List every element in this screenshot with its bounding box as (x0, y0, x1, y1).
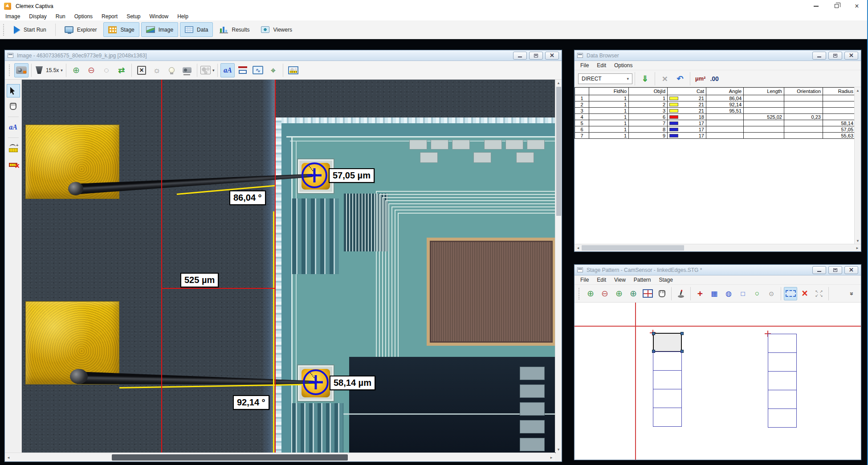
column-header[interactable]: FldNo (589, 88, 629, 95)
menu-help[interactable]: Help (173, 12, 193, 20)
scroll-up-icon[interactable]: ▴ (855, 88, 861, 93)
vertical-scrollbar[interactable]: ▴ ▾ (555, 80, 562, 453)
column-header[interactable]: Radius (823, 88, 855, 95)
joystick-button[interactable] (674, 287, 688, 300)
menu-window[interactable]: Window (145, 12, 173, 20)
scrollbar-thumb[interactable] (582, 245, 684, 251)
window-maximize-button[interactable] (828, 52, 842, 60)
toolbar-grip[interactable] (9, 65, 11, 76)
menu-file[interactable]: File (576, 61, 593, 70)
measure-tool-button[interactable] (7, 142, 20, 155)
measurement-label-radius1[interactable]: 57,05 µm (329, 168, 375, 183)
stage-field-cell[interactable] (768, 334, 797, 353)
table-row[interactable]: 1112186,04 (575, 95, 855, 101)
table-row[interactable]: 41618525,020,23 (575, 114, 855, 120)
menu-report[interactable]: Report (97, 12, 122, 20)
column-header[interactable]: ObjId (629, 88, 668, 95)
menu-view[interactable]: View (610, 275, 630, 284)
maximize-view-button[interactable] (812, 287, 826, 300)
window-minimize-button[interactable] (812, 266, 826, 274)
pattern-overlay-button[interactable]: ▾ (200, 63, 215, 77)
menu-options[interactable]: Options (610, 61, 636, 70)
data-browser-titlebar[interactable]: Data Browser ✕ (575, 50, 861, 61)
measurement-label-length[interactable]: 525 µm (180, 273, 219, 287)
scrollbar-thumb[interactable] (556, 87, 561, 216)
pan-button[interactable] (655, 287, 668, 300)
stage-field-cell[interactable] (768, 352, 797, 372)
menu-file[interactable]: File (576, 275, 593, 284)
selection-handle[interactable] (681, 332, 684, 335)
draw-rectangle-button[interactable]: □ (736, 287, 750, 300)
clear-button[interactable]: × (658, 72, 672, 86)
image-window-titlebar[interactable]: Image - 46307336575_80ec9773e9_k.jpg [20… (5, 50, 562, 61)
stage-field-cell[interactable] (768, 390, 797, 409)
menu-pattern[interactable]: Pattern (630, 275, 655, 284)
horizontal-scrollbar[interactable]: ◂ ▸ (5, 453, 555, 461)
horizontal-scrollbar[interactable]: ◂ ▸ (575, 244, 861, 251)
window-close-button[interactable]: ✕ (545, 52, 559, 60)
annotations-button[interactable]: aA (220, 63, 235, 77)
stage-field-cell[interactable] (768, 408, 797, 428)
selection-handle[interactable] (652, 332, 655, 335)
preview-window-button[interactable] (641, 287, 654, 300)
fit-to-window-button[interactable]: ⇄ (114, 63, 129, 77)
table-row[interactable]: 5171758,14 (575, 120, 855, 126)
export-button[interactable]: ⇓ (638, 72, 652, 86)
zoom-in-button[interactable]: ⊕ (584, 287, 597, 300)
fill-sphere-button[interactable]: ◍ (722, 287, 735, 300)
pointer-tool-button[interactable] (7, 84, 20, 97)
stage-field-cell[interactable] (768, 371, 797, 390)
image-button[interactable]: Image (141, 22, 178, 37)
preset-select[interactable]: DIRECT ▾ (578, 73, 632, 84)
table-row[interactable]: 3132195,51 (575, 108, 855, 114)
menu-edit[interactable]: Edit (593, 275, 610, 284)
window-close-button[interactable]: ✕ (844, 266, 858, 274)
toolbar-grip[interactable] (3, 24, 5, 36)
column-header[interactable]: Cat (668, 88, 706, 95)
zoom-selection-button[interactable]: ⊕ (612, 287, 626, 300)
table-row[interactable]: 6181757,05 (575, 126, 855, 133)
window-minimize-button[interactable] (513, 52, 527, 60)
exclude-field-button[interactable]: × (134, 63, 149, 77)
light-button[interactable] (165, 63, 179, 77)
column-header[interactable] (575, 88, 589, 95)
scroll-down-icon[interactable]: ▾ (855, 238, 861, 243)
column-header[interactable]: Length (744, 88, 784, 95)
camera-settings-button[interactable] (180, 63, 194, 77)
calibration-button[interactable] (286, 63, 300, 77)
menu-edit[interactable]: Edit (593, 61, 610, 70)
stage-field-cell[interactable] (653, 408, 682, 427)
shading-correction-button[interactable]: ☼ (150, 63, 164, 77)
zoom-all-fields-button[interactable]: ⊕ (627, 287, 640, 300)
restore-button[interactable] (826, 0, 847, 12)
camera-button[interactable] (14, 63, 29, 77)
data-button[interactable]: Data (180, 22, 213, 37)
close-button[interactable]: × (847, 0, 867, 12)
scrollbar-thumb[interactable] (112, 454, 348, 461)
stage-field-cell[interactable] (653, 352, 682, 371)
results-button[interactable]: Results (215, 22, 254, 37)
pan-tool-button[interactable] (7, 100, 20, 113)
menu-display[interactable]: Display (24, 12, 51, 20)
minimize-button[interactable] (806, 0, 826, 12)
vertical-scrollbar[interactable]: ▴ ▾ (854, 87, 861, 244)
menu-stage[interactable]: Stage (655, 275, 677, 284)
menu-setup[interactable]: Setup (122, 12, 145, 20)
measurement-label-angle2[interactable]: 92,14 ° (233, 395, 269, 410)
measure-width-button[interactable] (236, 63, 250, 77)
select-fields-button[interactable] (784, 287, 797, 300)
stage-field-cell-selected[interactable] (653, 333, 682, 352)
scroll-up-icon[interactable]: ▴ (555, 80, 562, 85)
zoom-in-button[interactable]: ⊕ (69, 63, 83, 77)
menu-image[interactable]: Image (0, 12, 24, 20)
delete-measure-tool-button[interactable] (7, 157, 20, 170)
undo-button[interactable]: ↶ (673, 72, 687, 86)
scroll-left-icon[interactable]: ◂ (575, 244, 581, 251)
column-header[interactable]: Angle (706, 88, 744, 95)
line-profile-button[interactable]: ∿ (251, 63, 265, 77)
measure-circle-top[interactable] (302, 162, 327, 188)
measurement-label-angle1[interactable]: 86,04 ° (229, 190, 266, 205)
stage-pattern-canvas[interactable] (575, 303, 861, 460)
table-row[interactable]: 2122192,14 (575, 101, 855, 108)
zoom-free-button[interactable]: ◌ (99, 63, 114, 77)
